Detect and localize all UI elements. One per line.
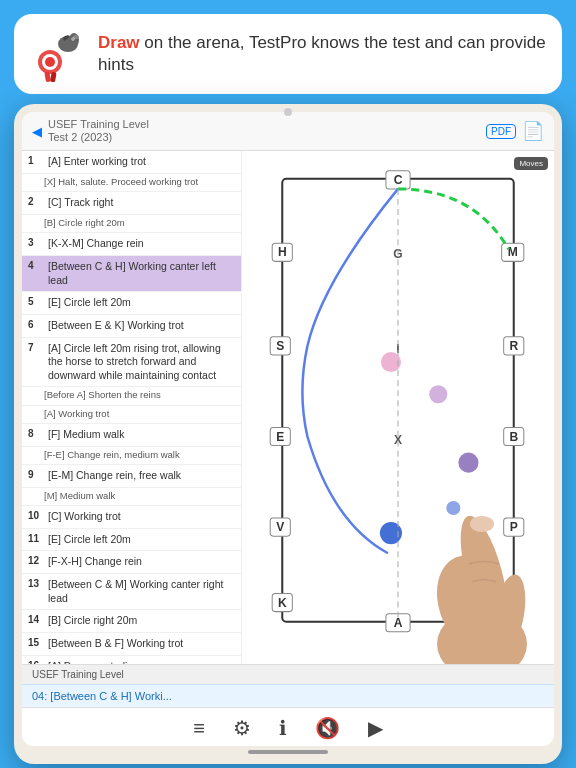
list-item[interactable]: 13 [Between C & M] Working canter right … [22, 574, 241, 610]
list-sub-item: [Before A] Shorten the reins [22, 387, 241, 405]
list-item[interactable]: 9 [E-M] Change rein, free walk [22, 465, 241, 488]
list-sub-item: [B] Circle right 20m [22, 215, 241, 233]
svg-text:F: F [508, 596, 515, 610]
app-header: ◀ USEF Training Level Test 2 (2023) PDF … [22, 112, 554, 151]
movement-list[interactable]: 1 [A] Enter working trot [X] Halt, salut… [22, 151, 242, 664]
control-bar: ≡ ⚙ ℹ 🔇 ▶ [22, 707, 554, 746]
svg-text:B: B [509, 430, 518, 444]
pdf-button[interactable]: PDF [486, 124, 516, 139]
settings-button[interactable]: ⚙ [233, 716, 251, 740]
svg-text:R: R [509, 339, 518, 353]
list-item[interactable]: 5 [E] Circle left 20m [22, 292, 241, 315]
list-item[interactable]: 3 [K-X-M] Change rein [22, 233, 241, 256]
list-item[interactable]: 2 [C] Track right [22, 192, 241, 215]
list-item[interactable]: 12 [F-X-H] Change rein [22, 551, 241, 574]
arena-svg: C H G M S I R [242, 151, 554, 664]
list-item[interactable]: 15 [Between B & F] Working trot [22, 633, 241, 656]
sound-button[interactable]: 🔇 [315, 716, 340, 740]
list-item[interactable]: 6 [Between E & K] Working trot [22, 315, 241, 338]
document-icon[interactable]: 📄 [522, 120, 544, 142]
banner-text: Draw on the arena, TestPro knows the tes… [98, 32, 546, 76]
list-item[interactable]: 1 [A] Enter working trot [22, 151, 241, 174]
list-sub-item: [A] Working trot [22, 406, 241, 424]
svg-text:H: H [278, 246, 287, 260]
svg-point-41 [458, 453, 478, 473]
svg-text:P: P [510, 520, 518, 534]
list-sub-item: [F-E] Change rein, medium walk [22, 447, 241, 465]
svg-text:K: K [278, 596, 287, 610]
list-item[interactable]: 16 [A] Down centerline [22, 656, 241, 664]
list-item-active[interactable]: 4 [Between C & H] Working canter left le… [22, 256, 241, 292]
play-button[interactable]: ▶ [368, 716, 383, 740]
tablet-camera [284, 108, 292, 116]
list-item[interactable]: 11 [E] Circle left 20m [22, 529, 241, 552]
svg-point-40 [429, 386, 447, 404]
banner-icon [30, 26, 86, 82]
svg-point-10 [76, 39, 78, 40]
tablet-inner: ◀ USEF Training Level Test 2 (2023) PDF … [22, 112, 554, 746]
list-sub-item: [X] Halt, salute. Proceed working trot [22, 174, 241, 192]
list-item[interactable]: 8 [F] Medium walk [22, 424, 241, 447]
subtitle-text: Test 2 (2023) [48, 131, 480, 144]
svg-text:S: S [276, 339, 284, 353]
list-item[interactable]: 14 [B] Circle right 20m [22, 610, 241, 633]
svg-point-2 [45, 57, 55, 67]
title-text: USEF Training Level [48, 118, 480, 131]
bottom-bar: USEF Training Level [22, 664, 554, 684]
list-sub-item: [M] Medium walk [22, 488, 241, 506]
svg-text:E: E [276, 430, 284, 444]
svg-text:V: V [276, 520, 284, 534]
info-button[interactable]: ℹ [279, 716, 287, 740]
svg-point-9 [72, 38, 74, 40]
list-item[interactable]: 10 [C] Working trot [22, 506, 241, 529]
menu-button[interactable]: ≡ [193, 717, 205, 740]
svg-point-42 [380, 522, 402, 544]
bottom-label: USEF Training Level [32, 669, 124, 680]
arena-area[interactable]: Moves C H G M [242, 151, 554, 664]
main-content: 1 [A] Enter working trot [X] Halt, salut… [22, 151, 554, 664]
header-title: USEF Training Level Test 2 (2023) [48, 118, 480, 144]
home-indicator [248, 750, 328, 754]
svg-point-43 [446, 501, 460, 515]
top-banner: Draw on the arena, TestPro knows the tes… [14, 14, 562, 94]
tablet-frame: ◀ USEF Training Level Test 2 (2023) PDF … [14, 104, 562, 764]
list-item[interactable]: 7 [A] Circle left 20m rising trot, allow… [22, 338, 241, 388]
back-button[interactable]: ◀ [32, 124, 42, 139]
active-move-bar: 04: [Between C & H] Worki... [22, 684, 554, 707]
svg-text:C: C [394, 173, 403, 187]
